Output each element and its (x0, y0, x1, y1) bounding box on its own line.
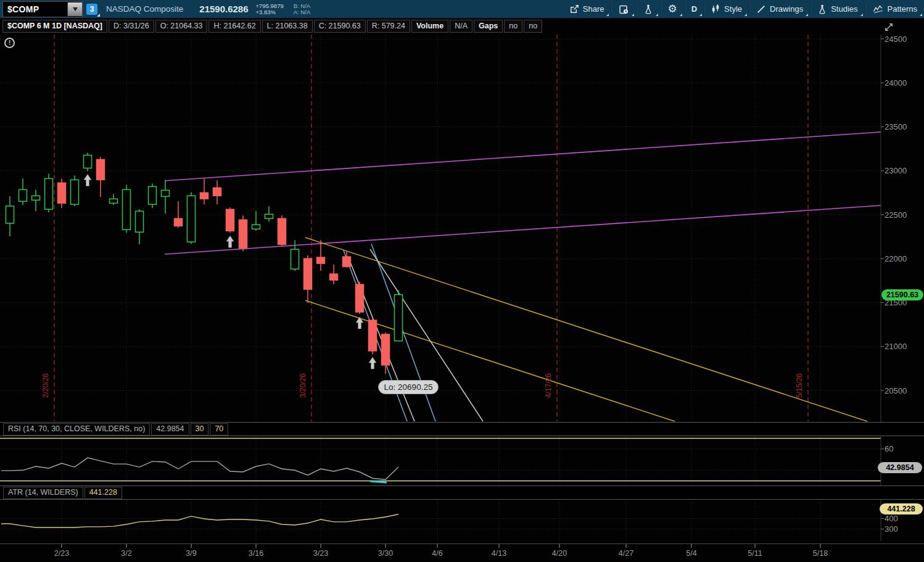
chevron-down-icon (73, 7, 78, 11)
low-price-label: Lo: 20690.25 (378, 380, 439, 394)
volume-label-chip[interactable]: Volume (411, 20, 448, 33)
rsi-overbought-chip: 70 (210, 423, 228, 436)
rsi-value-chip: 42.9854 (151, 423, 189, 436)
alert-icon[interactable] (4, 38, 15, 48)
gear-icon: ⚙ (667, 4, 677, 14)
range-chip: R: 579.24 (367, 20, 410, 33)
atr-label-chip[interactable]: ATR (14, WILDERS) (3, 487, 83, 499)
svg-text:24500: 24500 (885, 35, 907, 44)
rsi-header: RSI (14, 70, 30, CLOSE, WILDERS, no) 42.… (0, 422, 924, 436)
gap-up-chip: no (504, 20, 522, 33)
symbol-input[interactable]: $COMP (2, 1, 83, 17)
patterns-label: Patterns (888, 4, 917, 14)
chart-settings-button[interactable]: ⚙ (661, 0, 683, 18)
bid-ask: B: N/A A: N/A (294, 3, 310, 15)
svg-text:3/30: 3/30 (378, 549, 393, 558)
date-chip: D: 3/31/26 (109, 20, 154, 33)
chart-header: $COMP 6 M 1D [NASDAQ] D: 3/31/26 O: 2106… (2, 20, 543, 33)
svg-text:3/9: 3/9 (186, 549, 196, 558)
symbol-dropdown-button[interactable] (67, 2, 82, 16)
chart-canvas[interactable]: 2450024000235002300022500220002150021000… (0, 19, 924, 562)
high-chip: H: 21642.62 (208, 20, 260, 33)
trendline-icon (756, 4, 766, 14)
svg-text:5/18: 5/18 (813, 549, 828, 558)
symbol-value[interactable]: $COMP (3, 4, 67, 14)
svg-text:5/11: 5/11 (748, 549, 762, 558)
gaps-label-chip[interactable]: Gaps (474, 20, 503, 33)
studies-button[interactable]: Studies (811, 0, 864, 18)
share-label: Share (583, 4, 604, 14)
top-toolbar: $COMP 3 NASDAQ Composite 21590.6286 +795… (0, 0, 924, 19)
atr-value-chip: 441.228 (85, 487, 122, 499)
gap-down-chip: no (524, 20, 542, 33)
svg-text:4/6: 4/6 (432, 549, 442, 558)
svg-text:3/23: 3/23 (313, 549, 328, 558)
linked-watchlist-badge[interactable]: 3 (86, 4, 97, 15)
svg-text:4/13: 4/13 (492, 549, 506, 558)
rsi-axis-bubble: 42.9854 (878, 462, 922, 473)
share-icon (569, 4, 579, 14)
rsi-label-chip[interactable]: RSI (14, 70, 30, CLOSE, WILDERS, no) (3, 423, 150, 436)
svg-text:23000: 23000 (885, 166, 907, 175)
svg-text:2/23: 2/23 (54, 549, 69, 558)
ask-value: A: N/A (294, 9, 310, 15)
flask-icon (817, 4, 827, 15)
studies-label: Studies (831, 4, 857, 14)
chart-title-chip[interactable]: $COMP 6 M 1D [NASDAQ] (2, 20, 107, 33)
svg-text:22500: 22500 (885, 210, 907, 220)
svg-text:23500: 23500 (885, 122, 907, 131)
svg-text:300: 300 (885, 524, 898, 534)
last-price-axis-bubble: 21590.63 (881, 289, 923, 300)
svg-text:20500: 20500 (885, 386, 907, 395)
style-label: Style (724, 4, 742, 14)
symbol-description: NASDAQ Composite (106, 4, 183, 14)
ondemand-button[interactable] (611, 0, 636, 18)
share-button[interactable]: Share (562, 0, 611, 18)
atr-header: ATR (14, WILDERS) 441.228 (0, 486, 924, 500)
timeframe-label: D (691, 4, 697, 14)
flask-icon (643, 4, 653, 15)
chart-region: 2450024000235002300022500220002150021000… (0, 19, 924, 562)
last-price: 21590.6286 (199, 4, 248, 14)
drawings-button[interactable]: Drawings (749, 0, 810, 18)
atr-axis-bubble: 441.228 (880, 503, 923, 514)
pan-zoom-icon[interactable] (883, 21, 895, 33)
drawings-label: Drawings (770, 4, 803, 14)
volume-value-chip: N/A (450, 20, 472, 33)
svg-text:3/2: 3/2 (121, 549, 131, 558)
svg-text:4/27: 4/27 (619, 549, 633, 558)
svg-text:3/16: 3/16 (249, 549, 263, 558)
style-button[interactable]: Style (704, 0, 749, 18)
svg-text:4/20: 4/20 (552, 549, 567, 558)
low-chip: L: 21063.38 (262, 20, 313, 33)
price-change: +795.9879 +3.83% (256, 3, 284, 15)
svg-text:21000: 21000 (885, 342, 907, 351)
close-chip: C: 21590.63 (314, 20, 366, 33)
candlestick-icon (711, 4, 720, 14)
svg-text:5/4: 5/4 (686, 549, 696, 558)
change-percent: +3.83% (256, 9, 284, 15)
bid-value: B: N/A (294, 3, 310, 9)
patterns-icon (872, 4, 884, 14)
timeframe-button[interactable]: D (685, 0, 704, 18)
rsi-oversold-chip: 30 (191, 423, 209, 436)
analyze-button[interactable] (637, 0, 660, 18)
patterns-button[interactable]: Patterns (865, 0, 924, 18)
svg-text:400: 400 (885, 514, 898, 523)
open-chip: O: 21064.33 (155, 20, 208, 33)
svg-text:22000: 22000 (885, 254, 907, 263)
notes-icon (618, 4, 629, 15)
svg-text:24000: 24000 (885, 78, 907, 88)
svg-text:60: 60 (885, 444, 893, 453)
change-value: +795.9879 (256, 3, 284, 9)
